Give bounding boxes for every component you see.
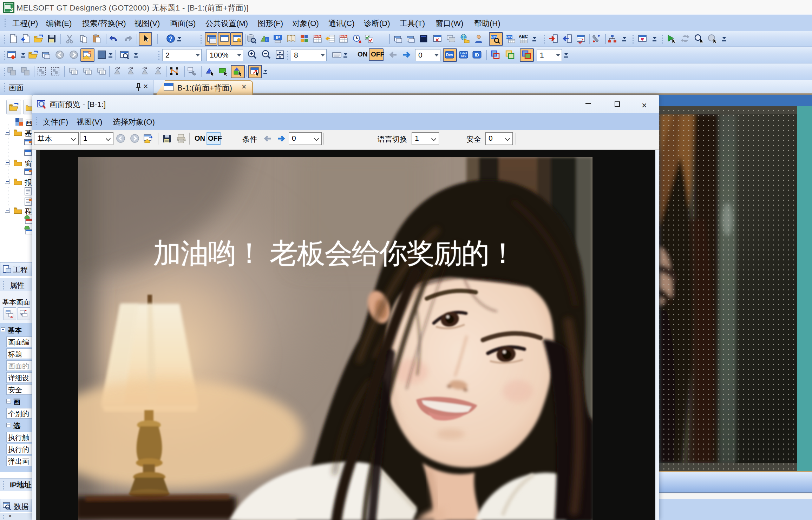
svg-text:DEV: DEV: [461, 55, 466, 58]
svg-text:?: ?: [169, 36, 172, 42]
svg-text:ABC: ABC: [519, 34, 528, 39]
svg-text:ID: ID: [475, 53, 479, 58]
svg-text:Dev: Dev: [446, 53, 453, 57]
svg-text:DATA: DATA: [314, 35, 321, 38]
svg-text:Label: Label: [460, 52, 467, 54]
svg-text:DATA: DATA: [340, 35, 347, 38]
svg-text:IP: IP: [276, 35, 280, 40]
svg-text:3: 3: [10, 7, 13, 13]
svg-text:Dev: Dev: [506, 35, 512, 39]
svg-text:i: i: [266, 37, 267, 42]
